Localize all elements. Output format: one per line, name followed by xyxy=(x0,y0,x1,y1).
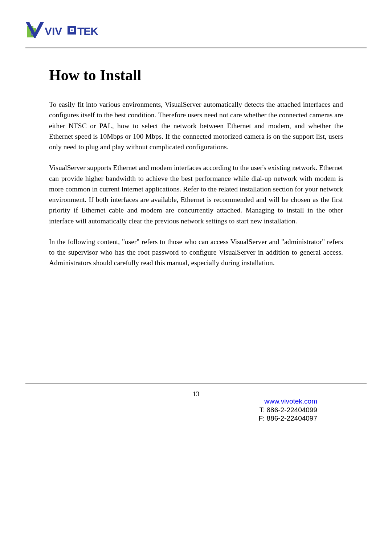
vivotek-logo-icon: VIV TEK xyxy=(25,22,102,39)
logo-wordmark: VIV TEK xyxy=(45,25,98,37)
footer-telephone: T: 886-2-22404099 xyxy=(258,406,317,414)
footer-contact: www.vivotek.com T: 886-2-22404099 F: 886… xyxy=(258,397,317,423)
footer-url-link[interactable]: www.vivotek.com xyxy=(264,397,317,405)
svg-text:TEK: TEK xyxy=(77,25,98,37)
page-number: 13 xyxy=(0,390,392,398)
content-area: How to Install To easily fit into variou… xyxy=(25,66,367,268)
footer-divider xyxy=(25,383,367,384)
paragraph-ethernet: VisualServer supports Ethernet and modem… xyxy=(49,162,343,226)
paragraph-roles: In the following content, "user" refers … xyxy=(49,236,343,268)
document-page: VIV TEK How to Install To easily fit int… xyxy=(0,0,392,555)
svg-text:VIV: VIV xyxy=(45,25,62,37)
paragraph-intro: To easily fit into various environments,… xyxy=(49,99,343,152)
brand-logo: VIV TEK xyxy=(25,22,367,40)
footer-fax: F: 886-2-22404097 xyxy=(258,414,317,423)
header-divider xyxy=(25,48,367,49)
section-heading: How to Install xyxy=(49,66,343,84)
